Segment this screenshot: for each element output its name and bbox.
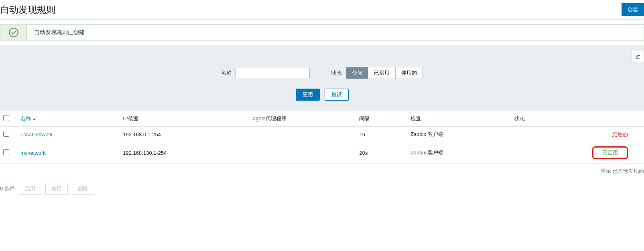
apply-button[interactable]: 应用 [296, 89, 320, 101]
rule-name-link[interactable]: mynetwork [20, 150, 46, 156]
col-name-header[interactable]: 名称▲ [15, 111, 117, 127]
bulk-delete-button[interactable]: 删除 [72, 183, 94, 195]
status-enabled-button[interactable]: 已启用 [368, 67, 396, 79]
table-row: Local network192.168.0.1-2541hZabbix 客户端… [0, 127, 644, 142]
success-alert: 自动发现规则已创建 [0, 24, 644, 40]
cell-check: Zabbix 客户端 [405, 142, 509, 164]
status-any-button[interactable]: 任何 [346, 67, 368, 79]
status-disabled-button[interactable]: 停用的 [396, 67, 423, 79]
cell-interval: 1h [353, 127, 404, 142]
cell-check: Zabbix 客户端 [405, 127, 509, 142]
col-check-header: 检查 [405, 111, 509, 127]
display-count-info: 显示 已自动发现的 [0, 164, 644, 182]
table-row: mynetwork192.168.130.1-25420sZabbix 客户端已… [0, 142, 644, 164]
page-title: 自动发现规则 [0, 4, 55, 16]
col-status-header: 状态 [509, 111, 644, 127]
bulk-enable-button[interactable]: 启用 [19, 183, 41, 195]
col-agent-header: agent代理程序 [247, 111, 354, 127]
rules-table: 名称▲ IP范围 agent代理程序 间隔 检查 状态 Local networ… [0, 111, 644, 164]
status-button-group: 任何 已启用 停用的 [346, 67, 423, 79]
cell-iprange: 192.168.0.1-254 [117, 127, 247, 142]
alert-message: 自动发现规则已创建 [27, 25, 644, 40]
sort-asc-icon: ▲ [32, 117, 36, 121]
create-rule-button[interactable]: 创建 [622, 3, 644, 16]
select-all-checkbox[interactable] [3, 115, 9, 121]
check-circle-icon [0, 25, 27, 40]
status-toggle-link[interactable]: 停用的 [612, 131, 628, 137]
filter-toggle-button[interactable]: 过 [632, 51, 644, 63]
cell-interval: 20s [353, 142, 404, 164]
svg-point-0 [9, 28, 18, 37]
col-iprange-header: IP范围 [117, 111, 247, 127]
cell-iprange: 192.168.130.1-254 [117, 142, 247, 164]
selected-count: 0 选择 [0, 185, 15, 192]
cell-agent [247, 127, 354, 142]
row-checkbox[interactable] [3, 131, 9, 137]
row-checkbox[interactable] [3, 149, 9, 155]
bulk-disable-button[interactable]: 禁用 [45, 183, 68, 195]
col-interval-header: 间隔 [353, 111, 404, 127]
filter-status-label: 状态 [331, 69, 342, 77]
cell-agent [247, 142, 354, 164]
filter-name-input[interactable] [236, 68, 310, 78]
status-toggle-link[interactable]: 已启用 [602, 150, 618, 156]
reset-button[interactable]: 重设 [325, 89, 349, 101]
rule-name-link[interactable]: Local network [20, 132, 53, 138]
filter-name-label: 名称 [221, 69, 232, 77]
